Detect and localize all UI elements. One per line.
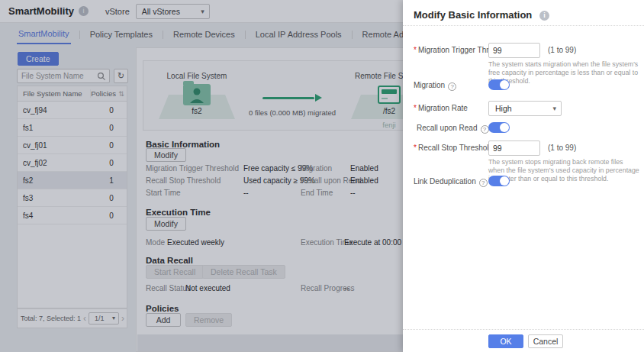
recall-stop-threshold-input[interactable]: [488, 140, 540, 156]
link-deduplication-toggle[interactable]: [488, 176, 510, 186]
chevron-down-icon: ▾: [552, 102, 556, 115]
required-asterisk: *: [414, 104, 417, 112]
divider: [403, 25, 644, 26]
recall-upon-read-label: Recall upon Read?: [417, 124, 489, 134]
help-icon[interactable]: ?: [448, 82, 456, 91]
range-hint: (1 to 99): [548, 46, 576, 54]
modal-overlay: [0, 0, 403, 352]
required-asterisk: *: [414, 46, 417, 54]
migration-trigger-threshold-input[interactable]: [488, 43, 540, 58]
modify-basic-information-dialog: Modify Basic Information i *Migration Tr…: [403, 0, 644, 352]
range-hint: (1 to 99): [548, 144, 576, 152]
help-icon[interactable]: ?: [479, 179, 488, 187]
cancel-button[interactable]: Cancel: [528, 334, 563, 348]
toggle-knob: [500, 123, 509, 132]
help-text: The system stops migrating back remote f…: [488, 158, 639, 183]
divider: [403, 329, 644, 330]
toggle-knob: [500, 176, 509, 186]
migration-label: Migration?: [414, 81, 456, 91]
toggle-knob: [500, 80, 509, 89]
info-icon[interactable]: i: [539, 11, 549, 21]
link-deduplication-label: Link Deduplication?: [414, 177, 488, 187]
migration-rate-label: *Migration Rate: [414, 104, 468, 112]
ok-button[interactable]: OK: [488, 334, 523, 348]
migration-rate-value: High: [495, 104, 512, 113]
dialog-title: Modify Basic Information i: [414, 9, 549, 21]
migration-rate-select[interactable]: High ▾: [488, 101, 562, 116]
recall-upon-read-toggle[interactable]: [488, 122, 510, 133]
required-asterisk: *: [414, 144, 417, 152]
migration-toggle[interactable]: [488, 79, 510, 90]
help-text: The system starts migration when the fil…: [488, 60, 639, 86]
help-icon[interactable]: ?: [481, 125, 489, 134]
dialog-title-text: Modify Basic Information: [414, 9, 532, 21]
